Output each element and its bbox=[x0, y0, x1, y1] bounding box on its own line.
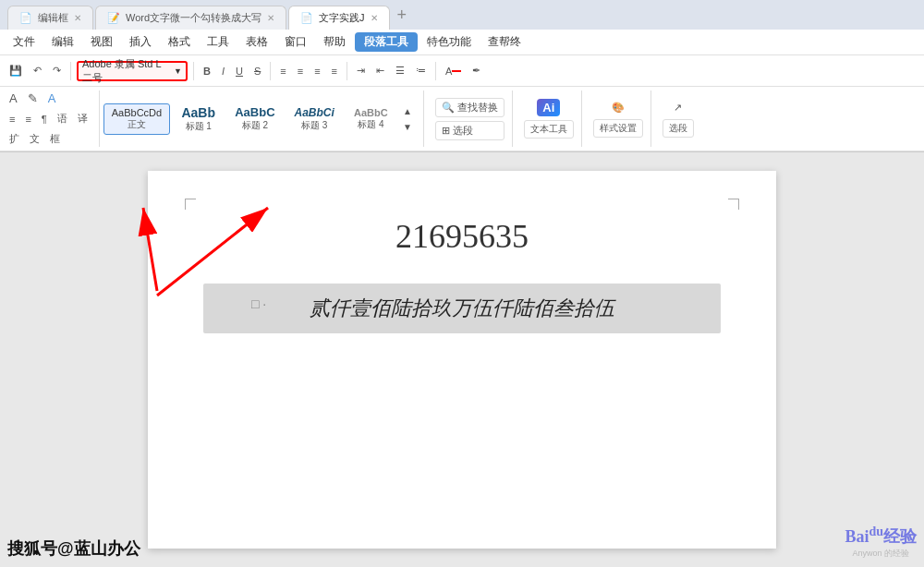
style-normal[interactable]: AaBbCcDd 正文 bbox=[103, 103, 170, 135]
style-h4-label: 标题 4 bbox=[358, 118, 383, 131]
ribbon: 文件 编辑 视图 插入 格式 工具 表格 窗口 帮助 段落工具 特色功能 查帮终… bbox=[0, 30, 924, 152]
bullet-btn[interactable]: ≔ bbox=[412, 63, 430, 78]
strikethrough-btn[interactable]: S bbox=[250, 64, 264, 78]
select-label: 选段 bbox=[453, 124, 473, 138]
format-btn-3[interactable]: A bbox=[44, 90, 60, 107]
find-icon: 🔍 bbox=[442, 102, 455, 114]
menu-insert[interactable]: 插入 bbox=[122, 32, 159, 52]
document-page: 21695635 □ · 贰仟壹佰陆拾玖万伍仟陆佰叁拾伍 bbox=[148, 171, 776, 549]
list-btn[interactable]: ☰ bbox=[392, 63, 408, 78]
tab-label-2: Word文字微一个勾转换成大写 bbox=[126, 11, 261, 25]
tab-bianji[interactable]: 📄 编辑框 ✕ bbox=[7, 6, 93, 30]
style-h2[interactable]: AaBbC 标题 2 bbox=[226, 102, 283, 136]
menu-special[interactable]: 特色功能 bbox=[419, 32, 479, 52]
indent-decrease-btn[interactable]: ⇤ bbox=[372, 63, 388, 78]
separator-3 bbox=[270, 62, 271, 80]
separator-2 bbox=[193, 62, 194, 80]
main-content: 21695635 □ · 贰仟壹佰陆拾玖万伍仟陆佰叁拾伍 bbox=[0, 152, 924, 567]
doc-bullet: □ · bbox=[251, 296, 266, 311]
format-btn-7[interactable]: 语 bbox=[54, 110, 71, 127]
styles-scroll-up[interactable]: ▲ bbox=[399, 104, 416, 118]
menu-tools[interactable]: 工具 bbox=[200, 32, 237, 52]
menu-file[interactable]: 文件 bbox=[6, 32, 43, 52]
justify-btn[interactable]: ≡ bbox=[328, 64, 341, 78]
tab-bar: 📄 编辑框 ✕ 📝 Word文字微一个勾转换成大写 ✕ 📄 文字实践J ✕ + bbox=[0, 0, 924, 30]
menu-edit[interactable]: 编辑 bbox=[44, 32, 81, 52]
tab-add-button[interactable]: + bbox=[392, 4, 413, 27]
separator-4 bbox=[346, 62, 347, 80]
align-left-btn[interactable]: ≡ bbox=[276, 64, 289, 78]
style-h4-preview: AaBbC bbox=[354, 107, 388, 118]
font-name-label: Adobe 隶属 Std L 二号 bbox=[82, 57, 174, 85]
select-all-btn[interactable]: 选段 bbox=[663, 119, 694, 138]
font-color-btn[interactable]: A bbox=[442, 64, 465, 78]
baidu-watermark: Baidu经验 Anywon 的经验 bbox=[845, 525, 917, 560]
style-normal-preview: AaBbCcDd bbox=[112, 107, 162, 118]
format-btn-2[interactable]: ✎ bbox=[24, 90, 42, 107]
menu-table[interactable]: 表格 bbox=[238, 32, 275, 52]
tab-close-3[interactable]: ✕ bbox=[371, 13, 378, 23]
menu-find[interactable]: 查帮终 bbox=[480, 32, 529, 52]
tab-icon-1: 📄 bbox=[19, 12, 32, 24]
menu-bar: 文件 编辑 视图 插入 格式 工具 表格 窗口 帮助 段落工具 特色功能 查帮终 bbox=[0, 30, 924, 55]
corner-mark-tl bbox=[185, 199, 196, 210]
separator-1 bbox=[70, 62, 71, 80]
select-btn[interactable]: ⊞ 选段 bbox=[435, 121, 505, 140]
tab-close-1[interactable]: ✕ bbox=[74, 13, 81, 23]
format-btn-11[interactable]: 框 bbox=[46, 130, 64, 148]
quick-style-btn[interactable]: 样式设置 bbox=[593, 119, 643, 138]
format-btn-8[interactable]: 译 bbox=[74, 110, 91, 127]
menu-format[interactable]: 格式 bbox=[161, 32, 198, 52]
app-wrapper: 📄 编辑框 ✕ 📝 Word文字微一个勾转换成大写 ✕ 📄 文字实践J ✕ + … bbox=[0, 0, 924, 567]
select-all-icon[interactable]: ↗ bbox=[670, 100, 686, 115]
ai-badge[interactable]: Ai bbox=[537, 99, 560, 116]
align-right-btn[interactable]: ≡ bbox=[310, 64, 323, 78]
format-btn-4[interactable]: ≡ bbox=[6, 110, 18, 127]
menu-paragraph-tools[interactable]: 段落工具 bbox=[355, 32, 418, 52]
underline-btn[interactable]: U bbox=[232, 64, 247, 78]
quick-style-icon[interactable]: 🎨 bbox=[608, 100, 628, 115]
bold-btn[interactable]: B bbox=[200, 64, 214, 78]
highlight-btn[interactable]: ✒ bbox=[468, 63, 484, 78]
select-icon: ⊞ bbox=[442, 125, 450, 137]
style-h3-label: 标题 3 bbox=[301, 119, 327, 132]
styles-scroll-down[interactable]: ▼ bbox=[399, 120, 416, 134]
format-btn-9[interactable]: 扩 bbox=[6, 130, 23, 148]
indent-increase-btn[interactable]: ⇥ bbox=[353, 63, 369, 78]
menu-help[interactable]: 帮助 bbox=[316, 32, 353, 52]
tab-label-1: 编辑框 bbox=[38, 11, 68, 25]
baidu-logo-text: Baidu经验 bbox=[845, 525, 917, 548]
font-dropdown-icon[interactable]: ▼ bbox=[174, 66, 182, 76]
tab-word[interactable]: 📝 Word文字微一个勾转换成大写 ✕ bbox=[95, 6, 286, 30]
tab-close-2[interactable]: ✕ bbox=[267, 13, 274, 23]
format-btn-5[interactable]: ≡ bbox=[21, 110, 34, 127]
tab-icon-3: 📄 bbox=[300, 12, 313, 24]
bottom-watermark-label: 搜狐号@蓝山办公 bbox=[7, 537, 140, 560]
menu-view[interactable]: 视图 bbox=[83, 32, 120, 52]
align-center-btn[interactable]: ≡ bbox=[294, 64, 307, 78]
format-btn-1[interactable]: A bbox=[6, 90, 21, 107]
toolbar-row-1: 💾 ↶ ↷ Adobe 隶属 Std L 二号 ▼ B I U S ≡ ≡ ≡ … bbox=[0, 55, 924, 87]
tab-icon-2: 📝 bbox=[107, 12, 120, 24]
doc-area: 21695635 □ · 贰仟壹佰陆拾玖万伍仟陆佰叁拾伍 bbox=[0, 152, 924, 567]
font-selector[interactable]: Adobe 隶属 Std L 二号 ▼ bbox=[77, 61, 188, 81]
style-h2-label: 标题 2 bbox=[242, 119, 268, 132]
format-btn-6[interactable]: ¶ bbox=[38, 110, 51, 127]
find-replace-label: 查找替换 bbox=[457, 101, 498, 115]
find-replace-btn[interactable]: 🔍 查找替换 bbox=[435, 98, 505, 117]
style-h4[interactable]: AaBbC 标题 4 bbox=[346, 103, 396, 135]
ai-tools-label: 文本工具 bbox=[530, 123, 567, 136]
menu-window[interactable]: 窗口 bbox=[277, 32, 314, 52]
style-h3[interactable]: AaBbCi 标题 3 bbox=[286, 103, 343, 136]
format-btn-10[interactable]: 文 bbox=[26, 130, 43, 148]
redo-btn[interactable]: ↷ bbox=[49, 63, 65, 78]
ai-tools-btn[interactable]: 文本工具 bbox=[524, 120, 574, 139]
italic-btn[interactable]: I bbox=[218, 64, 228, 78]
doc-chinese: 贰仟壹佰陆拾玖万伍仟陆佰叁拾伍 bbox=[203, 284, 721, 333]
tab-wenzi[interactable]: 📄 文字实践J ✕ bbox=[288, 6, 390, 30]
quick-style-label: 样式设置 bbox=[600, 122, 637, 135]
tab-label-3: 文字实践J bbox=[319, 11, 365, 25]
save-btn[interactable]: 💾 bbox=[6, 63, 26, 78]
style-h1[interactable]: AaBb 标题 1 bbox=[173, 102, 224, 137]
undo-btn[interactable]: ↶ bbox=[30, 63, 45, 78]
